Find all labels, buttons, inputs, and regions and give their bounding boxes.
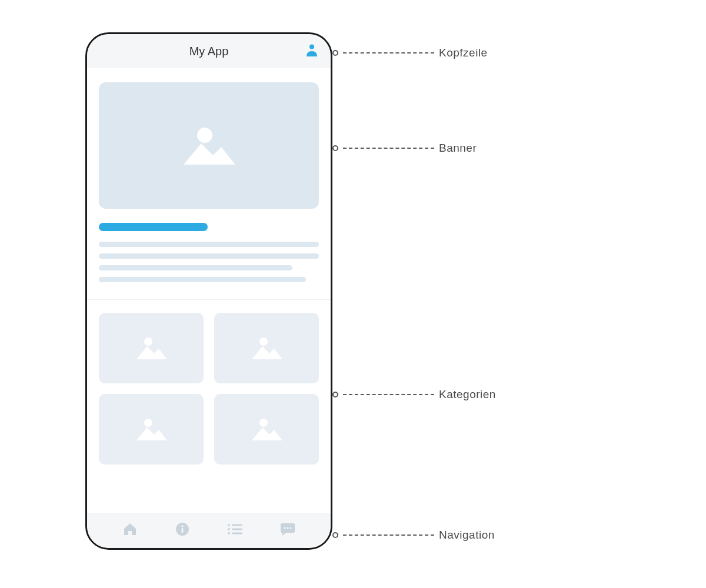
svg-rect-10 <box>232 524 242 526</box>
svg-point-9 <box>228 524 230 526</box>
app-header: My App <box>87 34 331 68</box>
text-line-placeholder <box>99 277 306 282</box>
chat-icon[interactable] <box>280 522 295 539</box>
annotation-dot <box>332 50 338 56</box>
image-placeholder-icon <box>133 335 169 362</box>
annotation-banner: Banner <box>332 142 477 155</box>
svg-point-5 <box>259 419 268 427</box>
annotation-label: Kopfzeile <box>439 46 488 59</box>
svg-point-13 <box>228 532 230 534</box>
svg-rect-12 <box>232 529 242 530</box>
svg-point-1 <box>197 128 212 143</box>
image-placeholder-icon <box>248 416 285 443</box>
category-card[interactable] <box>214 313 319 383</box>
content-section <box>87 68 331 300</box>
text-line-placeholder <box>99 265 292 270</box>
annotation-line <box>343 534 434 536</box>
category-card[interactable] <box>214 394 319 465</box>
annotation-dot <box>332 145 338 151</box>
list-icon[interactable] <box>227 523 242 537</box>
category-card[interactable] <box>99 313 204 383</box>
app-title: My App <box>189 45 229 58</box>
svg-point-2 <box>144 338 152 346</box>
annotation-header: Kopfzeile <box>332 46 488 59</box>
svg-point-3 <box>259 338 268 346</box>
text-line-placeholder <box>99 253 319 259</box>
annotation-line <box>343 52 434 54</box>
svg-point-0 <box>309 45 314 49</box>
annotation-line <box>343 394 434 395</box>
annotation-label: Navigation <box>439 529 495 542</box>
hero-banner[interactable] <box>99 82 319 209</box>
svg-point-11 <box>228 528 230 530</box>
annotation-line <box>343 148 434 149</box>
annotation-dot <box>332 532 338 538</box>
bottom-navigation <box>87 513 331 548</box>
home-icon[interactable] <box>122 522 138 539</box>
svg-point-16 <box>287 527 288 529</box>
text-block <box>99 223 319 282</box>
annotation-label: Banner <box>439 142 477 155</box>
categories-grid <box>87 300 331 470</box>
svg-rect-8 <box>182 528 184 533</box>
svg-point-17 <box>289 527 291 529</box>
category-card[interactable] <box>99 394 204 465</box>
image-placeholder-icon <box>176 122 241 169</box>
annotation-navigation: Navigation <box>332 529 495 542</box>
info-icon[interactable] <box>175 522 189 539</box>
phone-frame: My App <box>85 32 332 550</box>
svg-rect-14 <box>232 533 242 534</box>
svg-point-7 <box>181 525 184 527</box>
svg-point-4 <box>144 419 152 427</box>
annotation-categories: Kategorien <box>332 388 496 401</box>
content-title-placeholder <box>99 223 208 231</box>
profile-icon[interactable] <box>306 44 318 59</box>
svg-point-15 <box>284 527 285 529</box>
image-placeholder-icon <box>248 335 285 362</box>
text-line-placeholder <box>99 242 319 247</box>
annotation-label: Kategorien <box>439 388 496 401</box>
image-placeholder-icon <box>133 416 169 443</box>
annotation-dot <box>332 392 338 397</box>
